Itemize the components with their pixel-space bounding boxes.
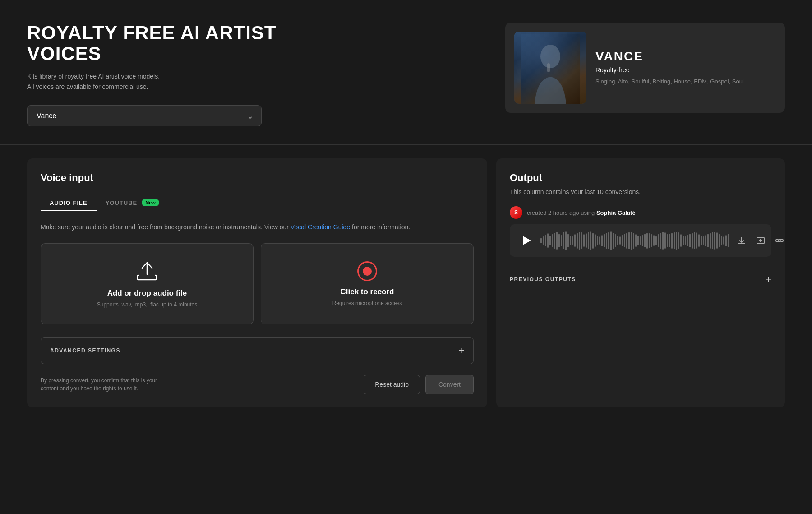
download-icon	[737, 236, 746, 245]
waveform-bar	[728, 234, 729, 247]
tab-audio-file-label: AUDIO FILE	[50, 199, 88, 206]
waveform-bar	[590, 231, 591, 250]
waveform-bar	[692, 233, 693, 249]
waveform-bar	[624, 234, 625, 247]
waveform-bar	[597, 236, 598, 245]
top-section: ROYALTY FREE AI ARTIST VOICES Kits libra…	[0, 0, 812, 144]
waveform-bar	[579, 232, 580, 250]
page-description: Kits library of royalty free AI artist v…	[27, 71, 298, 92]
waveform-bar	[561, 235, 562, 246]
artist-silhouette-icon	[521, 34, 580, 104]
waveform-player	[510, 224, 771, 257]
voice-select[interactable]: Vance	[27, 105, 262, 126]
artist-image	[514, 32, 586, 104]
waveform-bar	[696, 232, 697, 249]
waveform-bar	[583, 234, 585, 247]
main-content: Voice input AUDIO FILE YOUTUBE New Make …	[0, 145, 812, 421]
upload-box[interactable]: Add or drop audio file Supports .wav, .m…	[41, 243, 254, 324]
waveform-bar	[577, 233, 578, 249]
waveform-bar	[658, 234, 659, 247]
upload-icon-wrapper	[136, 260, 158, 282]
waveform-bar	[635, 234, 637, 247]
waveform-bar	[610, 231, 612, 250]
advanced-settings[interactable]: ADVANCED SETTINGS +	[41, 337, 474, 364]
previous-outputs[interactable]: PREVIOUS OUTPUTS +	[510, 268, 771, 291]
record-icon	[357, 261, 377, 281]
output-description: This column contains your last 10 conver…	[510, 188, 771, 195]
waveform-bar	[543, 236, 544, 245]
waveform-bar	[556, 232, 558, 250]
waveform-bar	[703, 236, 704, 245]
add-to-playlist-button[interactable]	[754, 234, 767, 247]
previous-outputs-label: PREVIOUS OUTPUTS	[510, 276, 576, 282]
panel-footer: By pressing convert, you confirm that th…	[41, 375, 474, 394]
waveform-actions	[735, 234, 786, 247]
waveform-bar	[714, 232, 715, 250]
waveform-bar	[592, 233, 594, 249]
record-box-subtitle: Requires microphone access	[332, 300, 402, 306]
waveform-bar	[683, 236, 684, 245]
instructions-suffix: for more information.	[352, 223, 410, 231]
play-button[interactable]	[518, 232, 534, 249]
waveform-bar	[685, 236, 686, 245]
waveform-bar	[640, 236, 641, 245]
waveform-bar	[662, 232, 664, 250]
waveform-bar	[622, 235, 623, 246]
waveform-bar	[581, 232, 582, 249]
voice-input-title: Voice input	[41, 172, 474, 184]
new-badge: New	[142, 199, 159, 206]
share-button[interactable]	[773, 234, 786, 247]
svg-point-1	[540, 45, 560, 68]
artist-tags: Singing, Alto, Soulful, Belting, House, …	[595, 77, 776, 86]
instructions-text: Make sure your audio is clear and free f…	[41, 223, 289, 231]
input-boxes: Add or drop audio file Supports .wav, .m…	[41, 243, 474, 324]
advanced-settings-label: ADVANCED SETTINGS	[50, 347, 120, 354]
waveform-bar	[660, 233, 661, 249]
waveform-bar	[649, 233, 650, 248]
upload-icon	[136, 260, 158, 281]
voice-select-wrapper: Vance ⌄	[27, 105, 262, 126]
tabs: AUDIO FILE YOUTUBE New	[41, 194, 474, 211]
waveform-bar	[721, 236, 722, 245]
waveform-bar	[558, 234, 560, 247]
waveform-bar	[651, 234, 652, 247]
artist-card: VANCE Royalty-free Singing, Alto, Soulfu…	[505, 23, 785, 113]
waveform-bar	[653, 235, 655, 246]
waveform-bar	[613, 233, 614, 249]
upload-box-subtitle: Supports .wav, .mp3, .flac up to 4 minut…	[97, 301, 198, 308]
upload-box-title: Add or drop audio file	[107, 289, 187, 298]
waveform-bar	[626, 233, 627, 249]
reset-audio-button[interactable]: Reset audio	[364, 375, 420, 394]
waveform-bar	[705, 235, 706, 246]
waveform-bar	[676, 232, 677, 250]
vocal-creation-guide-link[interactable]: Vocal Creation Guide	[291, 223, 350, 231]
waveform-bar	[545, 235, 546, 246]
waveform-bar	[572, 236, 573, 245]
waveform-bar	[633, 233, 634, 249]
footer-buttons: Reset audio Convert	[364, 375, 474, 394]
tab-youtube[interactable]: YOUTUBE New	[97, 194, 168, 211]
svg-rect-2	[547, 63, 550, 72]
waveform	[540, 232, 729, 250]
waveform-bar	[631, 232, 632, 250]
description-line1: Kits library of royalty free AI artist v…	[27, 73, 160, 80]
waveform-bar	[574, 234, 576, 247]
waveform-bar	[646, 233, 648, 249]
description-line2: All voices are available for commercial …	[27, 83, 148, 90]
waveform-bar	[570, 236, 571, 245]
waveform-bar	[671, 233, 673, 249]
waveform-bar	[712, 232, 713, 249]
waveform-bar	[664, 232, 666, 249]
tab-audio-file[interactable]: AUDIO FILE	[41, 194, 97, 211]
output-panel: Output This column contains your last 10…	[496, 158, 785, 407]
record-box[interactable]: Click to record Requires microphone acce…	[261, 243, 474, 324]
voice-input-panel: Voice input AUDIO FILE YOUTUBE New Make …	[27, 158, 487, 407]
download-button[interactable]	[735, 234, 748, 247]
play-icon	[523, 236, 531, 245]
artist-name: VANCE	[595, 49, 776, 64]
footer-disclaimer: By pressing convert, you confirm that th…	[41, 376, 176, 393]
waveform-bar	[698, 234, 700, 247]
waveform-bar	[565, 231, 567, 250]
convert-button[interactable]: Convert	[425, 375, 474, 394]
output-title: Output	[510, 172, 771, 184]
